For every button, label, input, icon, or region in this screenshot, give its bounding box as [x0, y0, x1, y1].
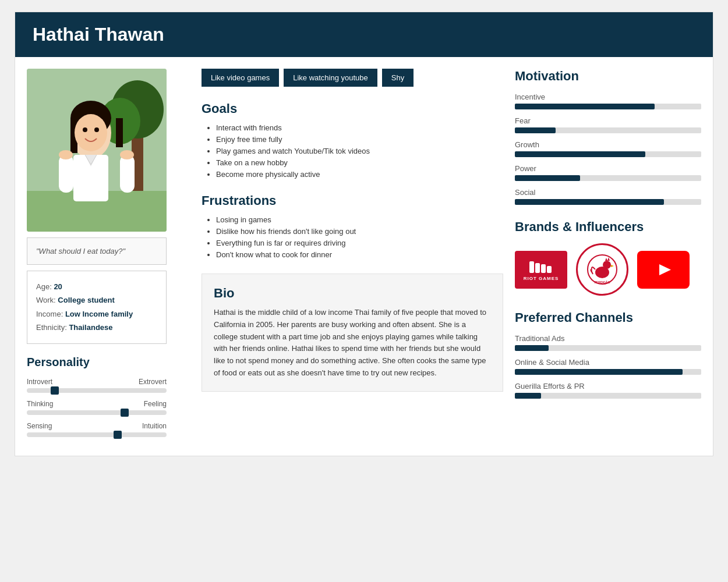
thinking-label: Thinking — [27, 400, 53, 408]
goals-list: Interact with friends Enjoy free time fu… — [202, 123, 503, 179]
tag-shy[interactable]: Shy — [382, 69, 414, 87]
tags-container: Like video games Like watching youtube S… — [202, 69, 503, 87]
svg-text:PERDIGÃO: PERDIGÃO — [595, 281, 610, 284]
list-item: Everything fun is far or requires drivin… — [216, 239, 503, 247]
list-item: Take on a new hobby — [216, 158, 503, 167]
personality-title: Personality — [27, 356, 167, 369]
svg-point-10 — [83, 127, 87, 132]
age-value: 20 — [54, 282, 62, 291]
bio-text: Hathai is the middle child of a low inco… — [214, 307, 491, 379]
feeling-label: Feeling — [144, 400, 167, 408]
list-item: Become more physically active — [216, 170, 503, 179]
sensing-label: Sensing — [27, 422, 52, 430]
svg-point-26 — [603, 261, 611, 269]
tag-youtube[interactable]: Like watching youtube — [284, 69, 377, 87]
svg-rect-20 — [529, 261, 534, 273]
list-item: Losing in games — [216, 215, 503, 224]
bar-power: Power — [515, 164, 701, 181]
income-label: Income: — [36, 310, 63, 318]
online-social-label: Online & Social Media — [515, 358, 701, 367]
tag-video-games[interactable]: Like video games — [202, 69, 279, 87]
goals-title: Goals — [202, 101, 503, 116]
svg-rect-17 — [120, 155, 135, 193]
svg-point-11 — [94, 127, 99, 132]
persona-name: Hathai Thawan — [33, 24, 695, 45]
profile-photo — [27, 69, 167, 232]
svg-rect-23 — [547, 266, 552, 273]
list-item: Don't know what to cook for dinner — [216, 250, 503, 259]
bar-guerilla: Guerilla Efforts & PR — [515, 382, 701, 399]
income-value: Low Income family — [65, 310, 133, 318]
list-item: Play games and watch Youtube/Tik tok vid… — [216, 147, 503, 155]
power-label: Power — [515, 164, 701, 173]
channels-section: Preferred Channels Traditional Ads Onlin… — [515, 310, 701, 399]
motivation-section: Motivation Incentive Fear Growth Power — [515, 69, 701, 205]
frustrations-section: Frustrations Losing in games Dislike how… — [202, 193, 503, 259]
svg-point-9 — [75, 114, 107, 151]
slider-sensing-intuition: Sensing Intuition — [27, 422, 167, 437]
list-item: Enjoy free time fully — [216, 135, 503, 144]
introvert-label: Introvert — [27, 378, 52, 386]
social-label: Social — [515, 188, 701, 197]
brands-title: Brands & Influencers — [515, 219, 701, 235]
extrovert-label: Extrovert — [139, 378, 167, 386]
list-item: Dislike how his friends don't like going… — [216, 227, 503, 236]
slider-thinking-feeling: Thinking Feeling — [27, 400, 167, 415]
bar-growth: Growth — [515, 140, 701, 157]
channels-title: Preferred Channels — [515, 310, 701, 325]
svg-rect-22 — [541, 264, 546, 273]
traditional-ads-label: Traditional Ads — [515, 334, 701, 343]
svg-marker-30 — [659, 264, 671, 275]
goals-section: Goals Interact with friends Enjoy free t… — [202, 101, 503, 179]
frustrations-list: Losing in games Dislike how his friends … — [202, 215, 503, 259]
quote-box: "What should I eat today?" — [27, 237, 167, 265]
personality-section: Personality Introvert Extrovert Thinking… — [27, 356, 167, 437]
list-item: Interact with friends — [216, 123, 503, 132]
svg-rect-21 — [535, 263, 540, 273]
ethnicity-value: Thailandese — [69, 323, 112, 332]
svg-marker-28 — [611, 265, 614, 267]
intuition-label: Intuition — [142, 422, 167, 430]
incentive-label: Incentive — [515, 93, 701, 101]
guerilla-label: Guerilla Efforts & PR — [515, 382, 701, 391]
info-box: Age: 20 Work: College student Income: Lo… — [27, 271, 167, 344]
svg-point-19 — [120, 150, 134, 159]
frustrations-title: Frustrations — [202, 193, 503, 208]
brand-youtube — [637, 251, 690, 289]
bar-fear: Fear — [515, 116, 701, 133]
work-label: Work: — [36, 296, 56, 304]
slider-introvert-extrovert: Introvert Extrovert — [27, 378, 167, 393]
bar-incentive: Incentive — [515, 93, 701, 109]
growth-label: Growth — [515, 140, 701, 149]
svg-point-18 — [59, 150, 73, 159]
brand-perdigao: PERDIGÃO — [576, 243, 628, 296]
brand-riot: RIOT GAMES — [515, 251, 567, 289]
quote-text: "What should I eat today?" — [36, 247, 125, 255]
bio-title: Bio — [214, 286, 491, 301]
svg-rect-16 — [59, 155, 73, 193]
brands-section: Brands & Influencers RIOT GAMES — [515, 219, 701, 296]
ethnicity-label: Ethnicity: — [36, 323, 67, 332]
age-label: Age: — [36, 282, 52, 291]
work-value: College student — [58, 296, 115, 304]
svg-rect-8 — [116, 118, 123, 147]
motivation-title: Motivation — [515, 69, 701, 84]
svg-marker-27 — [605, 257, 610, 261]
brand-logos-container: RIOT GAMES — [515, 243, 701, 296]
bar-traditional-ads: Traditional Ads — [515, 334, 701, 351]
bio-section: Bio Hathai is the middle child of a low … — [202, 274, 503, 392]
bar-online-social: Online & Social Media — [515, 358, 701, 375]
bar-social: Social — [515, 188, 701, 205]
fear-label: Fear — [515, 116, 701, 125]
